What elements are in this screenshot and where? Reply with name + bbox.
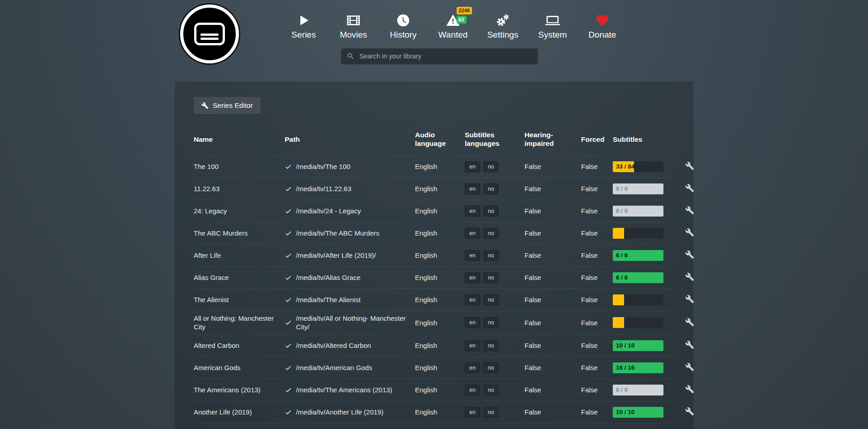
series-path: /media/tv/11.22.63 (285, 184, 412, 193)
language-badge: en (465, 385, 480, 395)
wrench-icon (685, 340, 694, 349)
nav-item-settings[interactable]: Settings (485, 13, 520, 40)
edit-series-button[interactable] (683, 159, 696, 174)
edit-series-button[interactable] (683, 182, 696, 196)
language-badge: en (465, 206, 480, 217)
edit-series-button[interactable] (683, 427, 696, 429)
check-icon (285, 409, 292, 416)
edit-series-button[interactable] (683, 316, 696, 330)
hearing-impaired-value: False (525, 229, 578, 238)
forced-value: False (581, 318, 610, 328)
check-icon (285, 207, 292, 215)
subtitles-progress: 33 / 84 (613, 161, 663, 172)
nav-item-history[interactable]: History (386, 13, 421, 40)
nav-item-series[interactable]: Series (286, 13, 321, 40)
forced-value: False (581, 207, 610, 216)
language-badge: en (465, 362, 480, 373)
nav-badge: 2246 (457, 7, 472, 14)
column-header: Name (194, 135, 282, 144)
play-icon (296, 13, 311, 28)
audio-language: English (415, 251, 462, 260)
series-editor-button[interactable]: Series Editor (194, 97, 261, 114)
check-icon (285, 252, 292, 259)
edit-series-button[interactable] (683, 361, 696, 375)
hearing-impaired-value: False (525, 408, 578, 417)
check-icon (285, 364, 292, 371)
forced-value: False (581, 229, 610, 238)
nav-item-donate[interactable]: Donate (585, 13, 620, 40)
subtitles-languages: enno (465, 272, 522, 283)
series-path: /media/tv/After Life (2019)/ (285, 251, 412, 260)
series-name: 11.22.63 (194, 184, 282, 193)
table-row: The ABC Murders /media/tv/The ABC Murder… (194, 222, 674, 244)
audio-language: English (415, 229, 462, 238)
subtitles-languages: enno (465, 317, 522, 328)
wrench-icon (685, 272, 694, 281)
language-badge: no (483, 407, 499, 418)
app-logo[interactable] (180, 5, 239, 63)
column-header: Subtitles (613, 135, 681, 144)
wrench-icon (685, 183, 694, 193)
nav-item-system[interactable]: System (535, 13, 570, 40)
page-header: Series Movies History 224662 Wanted Sett… (175, 0, 693, 82)
series-panel: Series Editor NamePathAudio languageSubt… (175, 82, 693, 429)
language-badge: no (483, 340, 499, 351)
language-badge: en (465, 294, 480, 305)
search-icon (347, 52, 355, 60)
subtitles-progress: 10 / 10 (613, 340, 663, 351)
check-icon (285, 296, 292, 304)
edit-series-button[interactable] (683, 293, 696, 307)
subtitles-progress (613, 317, 663, 328)
edit-series-button[interactable] (683, 204, 696, 218)
series-name: American Gods (194, 363, 282, 372)
nav-item-wanted[interactable]: 224662 Wanted (435, 13, 471, 40)
table-row: 11.22.63 /media/tv/11.22.63 English enno… (194, 178, 674, 200)
nav-item-movies[interactable]: Movies (336, 13, 371, 40)
subtitles-progress: 10 / 10 (613, 407, 663, 418)
subtitles-progress: 6 / 6 (613, 272, 663, 283)
wrench-icon (685, 161, 694, 170)
series-path: /media/tv/All or Nothing- Manchester Cit… (285, 314, 412, 332)
language-badge: no (483, 161, 499, 172)
series-path: /media/tv/Altered Carbon (285, 341, 412, 350)
forced-value: False (581, 408, 610, 417)
edit-series-button[interactable] (683, 405, 696, 419)
check-icon (285, 163, 292, 170)
edit-series-button[interactable] (683, 226, 696, 240)
edit-series-button[interactable] (683, 383, 696, 397)
language-badge: no (483, 294, 499, 305)
audio-language: English (415, 341, 462, 350)
nav-item-label: Movies (340, 30, 367, 40)
audio-language: English (415, 162, 462, 171)
hearing-impaired-value: False (525, 184, 578, 193)
language-badge: en (465, 407, 480, 418)
column-header: Forced (581, 135, 610, 144)
forced-value: False (581, 251, 610, 260)
search-input[interactable] (358, 52, 538, 60)
series-name: The 100 (194, 162, 282, 171)
forced-value: False (581, 184, 610, 193)
edit-series-button[interactable] (683, 270, 696, 284)
edit-series-button[interactable] (683, 248, 696, 262)
language-badge: no (483, 183, 499, 194)
film-icon (346, 13, 361, 28)
table-row: 24: Legacy /media/tv/24 - Legacy English… (194, 200, 674, 222)
forced-value: False (581, 162, 610, 171)
nav-badges: 224662 (457, 7, 472, 24)
wrench-icon (685, 318, 694, 327)
check-icon (285, 342, 292, 349)
edit-series-button[interactable] (683, 338, 696, 352)
forced-value: False (581, 341, 610, 350)
subtitles-languages: enno (465, 183, 522, 194)
library-search[interactable] (341, 48, 538, 64)
audio-language: English (415, 295, 462, 304)
wrench-icon (685, 250, 694, 259)
main-nav: Series Movies History 224662 Wanted Sett… (279, 13, 627, 40)
nav-item-label: Wanted (439, 30, 468, 40)
subtitles-languages: enno (465, 206, 522, 217)
table-row: Another Life (2019) /media/tv/Another Li… (194, 401, 674, 423)
forced-value: False (581, 273, 610, 282)
series-name: Another Life (2019) (194, 408, 282, 417)
series-path: /media/tv/Another Life (2019) (285, 408, 412, 417)
hearing-impaired-value: False (525, 341, 578, 350)
